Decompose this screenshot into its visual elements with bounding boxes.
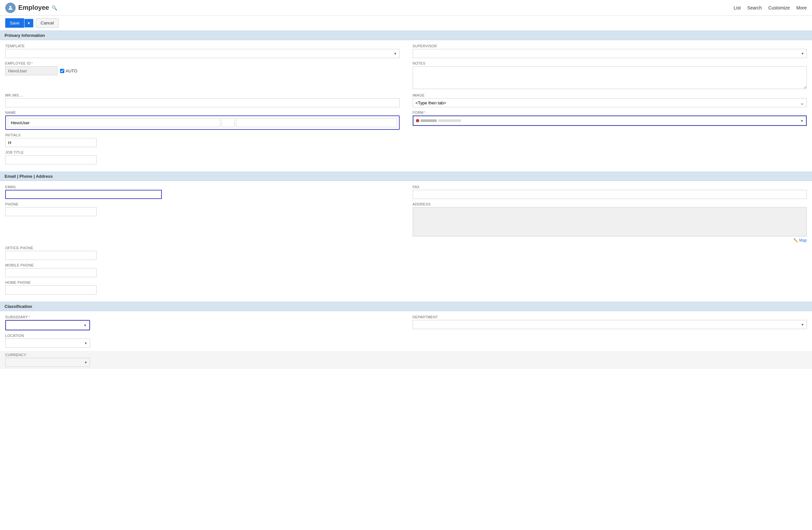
location-col: LOCATION (5, 334, 400, 348)
image-label: IMAGE (413, 93, 807, 97)
email-section-body: EMAIL FAX PHONE ADDRESS ✏️ Map (0, 181, 812, 302)
notes-textarea[interactable] (413, 66, 807, 89)
mrms-col: MR./MS.... (5, 93, 400, 107)
supervisor-col: SUPERVISOR (413, 44, 807, 58)
mrms-image-row: MR./MS.... IMAGE <Type then tab> (5, 93, 807, 107)
header-left: Employee 🔍 (5, 3, 57, 13)
auto-label: AUTO (66, 69, 77, 73)
phone-input[interactable] (5, 207, 97, 216)
supervisor-select[interactable] (413, 49, 807, 58)
template-col: TEMPLATE (5, 44, 400, 58)
mobile-phone-row: MOBILE PHONE (5, 263, 807, 277)
supervisor-select-wrapper (413, 49, 807, 58)
page-header: Employee 🔍 List Search Customize More (0, 0, 812, 16)
nav-list[interactable]: List (734, 5, 741, 11)
currency-label: CURRENCY (5, 353, 400, 357)
svg-point-0 (10, 6, 11, 8)
currency-col: CURRENCY (5, 353, 400, 367)
notes-col: NOTES (413, 61, 807, 90)
primary-section: Primary Information TEMPLATE SUPERVISOR … (0, 31, 812, 172)
mobile-phone-col: MOBILE PHONE (5, 263, 400, 277)
name-container (5, 116, 400, 130)
subsidiary-col: SUBSIDIARY* (5, 315, 400, 330)
office-phone-row: OFFICE PHONE (5, 246, 807, 260)
nav-search[interactable]: Search (748, 5, 762, 11)
primary-section-header: Primary Information (0, 31, 812, 40)
home-phone-row: HOME PHONE (5, 280, 807, 295)
address-col: ADDRESS ✏️ Map (413, 202, 807, 242)
department-select-wrapper (413, 320, 807, 329)
email-section-header: Email | Phone | Address (0, 172, 812, 181)
subsidiary-label: SUBSIDIARY* (5, 315, 400, 319)
phone-label: PHONE (5, 202, 400, 206)
name-middle-input[interactable] (221, 118, 235, 127)
template-select-wrapper (5, 49, 400, 58)
primary-section-body: TEMPLATE SUPERVISOR EMPLOYEE ID* (0, 40, 812, 172)
auto-checkbox[interactable] (60, 69, 64, 73)
location-select-wrapper (5, 339, 90, 348)
title-search-icon[interactable]: 🔍 (52, 5, 57, 11)
phone-col: PHONE (5, 202, 400, 216)
initials-input[interactable] (5, 138, 97, 147)
office-phone-label: OFFICE PHONE (5, 246, 400, 250)
currency-select[interactable] (5, 358, 90, 367)
classification-section-header: Classification (0, 302, 812, 311)
email-input[interactable] (5, 190, 162, 199)
name-label: NAME (5, 111, 400, 115)
header-nav: List Search Customize More (734, 5, 807, 11)
form-select-wrapper (413, 116, 807, 126)
currency-select-wrapper (5, 358, 90, 367)
address-textarea[interactable] (413, 207, 807, 236)
empid-label: EMPLOYEE ID* (5, 61, 400, 65)
name-col: NAME (5, 111, 400, 130)
mobile-phone-label: MOBILE PHONE (5, 263, 400, 267)
fax-col: FAX (413, 185, 807, 199)
image-col: IMAGE <Type then tab> (413, 93, 807, 107)
mrms-input[interactable] (5, 98, 400, 107)
office-phone-input[interactable] (5, 251, 97, 260)
home-phone-input[interactable] (5, 285, 97, 295)
map-link[interactable]: ✏️ Map (413, 238, 807, 242)
map-label[interactable]: Map (799, 238, 807, 242)
fax-input[interactable] (413, 190, 807, 199)
employee-id-input[interactable] (5, 66, 57, 75)
empid-notes-row: EMPLOYEE ID* AUTO NOTES (5, 61, 807, 90)
save-button[interactable]: Save (5, 18, 24, 28)
template-select[interactable] (5, 49, 400, 58)
image-select[interactable]: <Type then tab> (413, 98, 807, 107)
fax-label: FAX (413, 185, 807, 189)
subsidiary-required: * (28, 315, 30, 319)
save-dropdown-button[interactable]: ▼ (24, 19, 33, 27)
office-phone-col: OFFICE PHONE (5, 246, 400, 260)
home-phone-label: HOME PHONE (5, 280, 400, 284)
name-first-input[interactable] (8, 118, 220, 127)
subsidiary-select-wrapper (5, 320, 90, 330)
location-label: LOCATION (5, 334, 400, 338)
mobile-phone-input[interactable] (5, 268, 97, 277)
email-fax-row: EMAIL FAX (5, 185, 807, 199)
classification-section-body: SUBSIDIARY* DEPARTMENT LOCATION (0, 311, 812, 373)
nav-more[interactable]: More (796, 5, 807, 11)
jobtitle-row: JOB TITLE (5, 150, 807, 164)
location-row: LOCATION (5, 334, 807, 348)
subsidiary-select[interactable] (6, 321, 89, 330)
empid-row: AUTO (5, 66, 400, 75)
page-title: Employee (18, 4, 49, 11)
jobtitle-label: JOB TITLE (5, 150, 400, 154)
name-last-input[interactable] (236, 118, 397, 127)
form-col: FORM* (413, 111, 807, 126)
initials-row: INITIALS (5, 133, 807, 147)
location-select[interactable] (5, 339, 90, 348)
empid-required: * (31, 61, 33, 65)
form-required: * (424, 111, 426, 115)
nav-customize[interactable]: Customize (768, 5, 790, 11)
cancel-button[interactable]: Cancel (36, 18, 59, 28)
empid-col: EMPLOYEE ID* AUTO (5, 61, 400, 75)
jobtitle-input[interactable] (5, 155, 97, 164)
department-select[interactable] (413, 320, 807, 329)
form-select[interactable] (414, 116, 807, 125)
jobtitle-col: JOB TITLE (5, 150, 400, 164)
auto-checkbox-label: AUTO (60, 69, 77, 73)
initials-col: INITIALS (5, 133, 400, 147)
template-supervisor-row: TEMPLATE SUPERVISOR (5, 44, 807, 58)
